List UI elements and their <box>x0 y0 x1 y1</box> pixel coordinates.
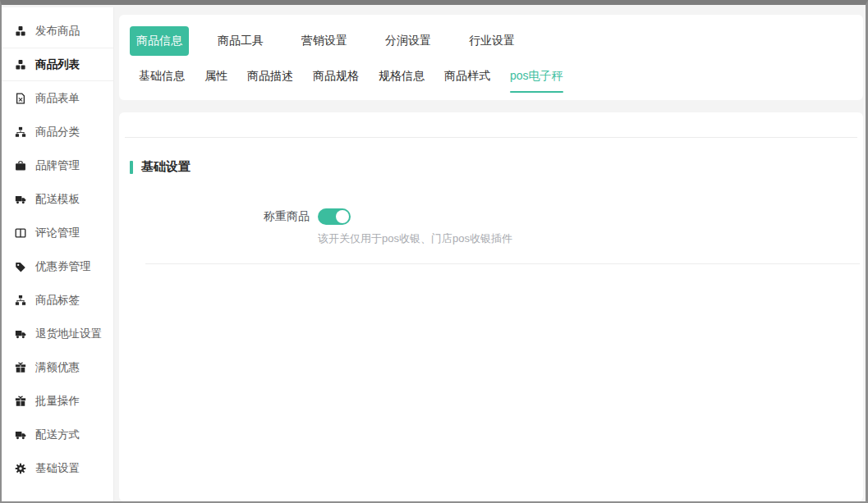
subtab-goods-description[interactable]: 商品描述 <box>247 69 293 93</box>
file-icon <box>14 92 27 105</box>
sidebar-item-basic-settings[interactable]: 基础设置 <box>2 451 113 485</box>
tab-profit-settings[interactable]: 分润设置 <box>385 34 431 48</box>
tabs-card: 商品信息 商品工具 营销设置 分润设置 行业设置 基础信息 属性 商品描述 商品… <box>119 15 863 100</box>
sidebar-item-label: 满额优惠 <box>35 360 80 375</box>
sidebar-item-label: 退货地址设置 <box>35 327 102 341</box>
sidebar-item-label: 批量操作 <box>35 394 80 409</box>
sidebar-item-coupon-manage[interactable]: 优惠券管理 <box>2 249 113 283</box>
sidebar-item-label: 商品分类 <box>35 125 80 139</box>
sidebar-item-goods-tag[interactable]: 商品标签 <box>2 283 113 317</box>
window-frame-tick <box>34 0 39 5</box>
subtab-pos-scale[interactable]: pos电子秤 <box>510 69 563 93</box>
sidebar-item-return-address[interactable]: 退货地址设置 <box>2 317 113 350</box>
section-accent-bar <box>130 161 133 174</box>
sidebar-item-label: 发布商品 <box>35 24 80 39</box>
sidebar-item-delivery-method[interactable]: 配送方式 <box>2 418 113 451</box>
sidebar-item-batch-operation[interactable]: 批量操作 <box>2 384 113 418</box>
sidebar-item-label: 商品列表 <box>35 57 80 72</box>
main-tab-bar: 商品信息 商品工具 营销设置 分润设置 行业设置 <box>119 15 863 56</box>
tab-industry-settings[interactable]: 行业设置 <box>469 34 515 48</box>
weigh-goods-label: 称重商品 <box>119 209 310 224</box>
subtab-goods-style[interactable]: 商品样式 <box>444 69 490 93</box>
subtab-attributes[interactable]: 属性 <box>204 69 227 93</box>
category-icon <box>14 294 27 307</box>
subtab-goods-spec[interactable]: 商品规格 <box>313 69 359 93</box>
sidebar-item-label: 配送模板 <box>35 192 80 207</box>
truck-icon <box>14 428 27 441</box>
tab-marketing-settings[interactable]: 营销设置 <box>301 34 347 48</box>
truck-icon <box>14 327 27 341</box>
gift-icon <box>14 361 27 374</box>
tab-goods-tools[interactable]: 商品工具 <box>218 34 264 48</box>
sidebar-item-goods-form[interactable]: 商品表单 <box>2 81 113 115</box>
category-icon <box>14 126 27 139</box>
sidebar-item-label: 商品标签 <box>35 293 80 308</box>
content-card: 基础设置 称重商品 该开关仅用于pos收银、门店pos收银插件 <box>119 112 863 501</box>
sub-tab-bar: 基础信息 属性 商品描述 商品规格 规格信息 商品样式 pos电子秤 <box>119 56 863 93</box>
sidebar-menu: 发布商品 商品列表 商品表单 商品分类 品牌管理 配送模板 评论管理 优惠券管理… <box>2 7 113 485</box>
truck-icon <box>14 193 27 206</box>
sidebar: 发布商品 商品列表 商品表单 商品分类 品牌管理 配送模板 评论管理 优惠券管理… <box>2 7 114 501</box>
sidebar-item-goods-category[interactable]: 商品分类 <box>2 115 113 149</box>
weigh-goods-row: 称重商品 <box>119 208 863 225</box>
tag-icon <box>14 260 27 273</box>
products-icon <box>14 25 27 38</box>
gear-icon <box>14 462 27 475</box>
sidebar-item-full-discount[interactable]: 满额优惠 <box>2 350 113 384</box>
sidebar-item-label: 基础设置 <box>35 461 80 476</box>
divider <box>145 263 860 264</box>
sidebar-item-label: 优惠券管理 <box>35 259 91 274</box>
sidebar-item-label: 评论管理 <box>35 226 80 240</box>
sidebar-item-label: 商品表单 <box>35 91 80 106</box>
sidebar-item-comment-manage[interactable]: 评论管理 <box>2 216 113 249</box>
main-area: 商品信息 商品工具 营销设置 分润设置 行业设置 基础信息 属性 商品描述 商品… <box>119 5 865 501</box>
section-title: 基础设置 <box>141 159 191 175</box>
sidebar-item-goods-list[interactable]: 商品列表 <box>2 48 113 81</box>
weigh-goods-toggle[interactable] <box>318 208 351 225</box>
sidebar-item-publish-goods[interactable]: 发布商品 <box>2 14 113 48</box>
tab-goods-info[interactable]: 商品信息 <box>130 26 189 56</box>
toggle-knob <box>336 210 349 223</box>
sidebar-item-label: 配送方式 <box>35 428 80 442</box>
sidebar-item-label: 品牌管理 <box>35 158 80 173</box>
gift-icon <box>14 395 27 408</box>
divider <box>125 137 857 138</box>
columns-icon <box>14 226 27 240</box>
products-icon <box>14 58 27 71</box>
sidebar-item-delivery-template[interactable]: 配送模板 <box>2 182 113 216</box>
section-header: 基础设置 <box>130 159 863 175</box>
briefcase-icon <box>14 159 27 172</box>
subtab-basic-info[interactable]: 基础信息 <box>139 69 185 93</box>
weigh-goods-helper-text: 该开关仅用于pos收银、门店pos收银插件 <box>318 231 863 246</box>
subtab-spec-info[interactable]: 规格信息 <box>379 69 425 93</box>
sidebar-item-brand-manage[interactable]: 品牌管理 <box>2 149 113 182</box>
